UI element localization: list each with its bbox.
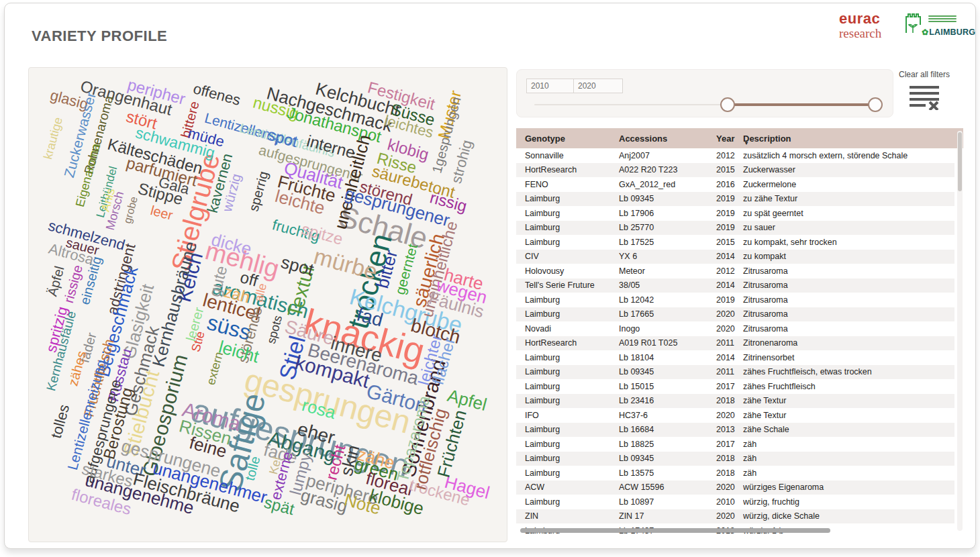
laimburg-castle-icon	[904, 11, 922, 34]
wordcloud-word[interactable]: spot	[279, 253, 315, 278]
wordcloud-word[interactable]: spots	[265, 314, 285, 345]
sort-descending-icon: ▼	[744, 141, 749, 146]
table-row[interactable]: LaimburgLb 175252015zu kompakt, sehr tro…	[516, 235, 954, 250]
table-row[interactable]: IFOHC37-62020zähe Textur	[516, 408, 954, 423]
column-header-year[interactable]: Year	[716, 128, 743, 148]
table-row[interactable]: ACWACW 155962020würziges Eigenaroma	[516, 480, 954, 495]
clear-filter-icon	[907, 85, 942, 110]
wordcloud-word[interactable]: grobe	[122, 195, 140, 225]
table-cell: zähe Textur	[743, 396, 954, 405]
table-cell: 2014	[716, 252, 743, 261]
vertical-scrollbar-thumb[interactable]	[958, 132, 962, 191]
year-slider-handle-max[interactable]	[868, 97, 883, 112]
table-row[interactable]: FENOGxA_2012_red2016Zuckermelone	[516, 177, 954, 192]
table-row[interactable]: LaimburgLb 108972010würzig, fruchtig	[516, 495, 954, 509]
table-cell: zäh	[743, 468, 954, 478]
table-cell: Meteor	[619, 266, 716, 276]
table-cell: 2017	[716, 382, 743, 391]
table-row[interactable]: CIVYX 62014zu kompakt	[516, 250, 954, 264]
table-row[interactable]: LaimburgLb 188252017zäh	[516, 437, 954, 452]
laimburg-logo-text: ✿LAIMBURG	[922, 28, 975, 37]
table-row[interactable]: LaimburgLb 093452018zäh	[516, 452, 954, 466]
table-cell: 2017	[716, 440, 743, 449]
table-row[interactable]: NovadiInogo2020Zitrusaroma	[516, 321, 954, 336]
table-cell: Lb 09345	[619, 454, 716, 463]
table-row[interactable]: LaimburgLb 179062019zu spät geerntet	[516, 206, 954, 221]
table-row[interactable]: LaimburgLb 135752018zäh	[516, 466, 954, 480]
table-row[interactable]: LaimburgLb 234162018zähe Textur	[516, 394, 954, 409]
table-cell: 2020	[716, 483, 743, 492]
table-row[interactable]: HortResearchA019 R01 T0252011Zitronenaro…	[516, 336, 954, 351]
table-cell: 2019	[716, 295, 743, 305]
table-row[interactable]: LaimburgLb 093452019zu zähe Textur	[516, 192, 954, 207]
table-cell: Anj2007	[619, 151, 716, 160]
wordcloud-word[interactable]: krautige	[42, 116, 64, 161]
table-row[interactable]: LaimburgLb 166842013zähe Schale	[516, 423, 954, 438]
table-cell: HortResearch	[525, 338, 619, 348]
table-row[interactable]: LaimburgLb 181042014Zitrinensorbet	[516, 350, 954, 365]
table-cell: zähe Schale	[743, 425, 954, 434]
table-cell: 2020	[716, 309, 743, 319]
table-vertical-scrollbar[interactable]	[957, 131, 963, 531]
table-cell: Zuckermelone	[743, 180, 954, 189]
year-slider-selected-range[interactable]	[728, 103, 875, 106]
table-cell: HC37-6	[619, 411, 716, 420]
table-row[interactable]: HolovousyMeteor2012Zitrusaroma	[516, 264, 954, 278]
table-cell: Zitrusaroma	[743, 266, 954, 276]
column-header-description[interactable]: Description ▼	[743, 128, 963, 148]
column-header-genotype[interactable]: Genotype	[525, 128, 619, 148]
table-row[interactable]: SonnavilleAnj20072012zusätzlich 4 morsch…	[516, 148, 954, 163]
laimburg-logo: ✿LAIMBURG	[904, 10, 958, 42]
table-cell: 2012	[716, 266, 743, 276]
table-cell: 2016	[716, 180, 743, 189]
wordcloud-word[interactable]: sperrig	[246, 170, 270, 213]
table-cell: Zitrinensorbet	[743, 353, 954, 362]
table-row[interactable]: LaimburgLb 120422019Zitrusaroma	[516, 293, 954, 307]
table-cell: Sonnaville	[525, 151, 619, 160]
table-horizontal-scrollbar[interactable]	[519, 527, 954, 533]
table-cell: Laimburg	[525, 396, 619, 405]
table-cell: zu zähe Textur	[743, 194, 954, 203]
table-cell: Lb 23416	[619, 396, 716, 405]
column-header-accessions[interactable]: Accessions	[619, 128, 716, 148]
year-max-input[interactable]: 2020	[573, 79, 623, 93]
wordcloud-word[interactable]: strohig	[449, 138, 475, 185]
table-row[interactable]: LaimburgLb 093452011zähes Fruchtfleisch,…	[516, 365, 954, 380]
table-cell: Zitrusaroma	[743, 309, 954, 319]
horizontal-scrollbar-thumb[interactable]	[520, 528, 830, 533]
table-row[interactable]: LaimburgLb 257702019zu sauer	[516, 221, 954, 236]
table-cell: Lb 12042	[619, 295, 716, 305]
table-cell: IFO	[525, 411, 619, 420]
clear-all-filters-button[interactable]: Clear all filters	[897, 68, 951, 117]
table-cell: FENO	[525, 180, 619, 189]
year-filter-card: 2010 2020	[516, 69, 893, 117]
table-cell: 2018	[716, 396, 743, 405]
wordcloud-word[interactable]: leer	[149, 203, 174, 222]
results-table: Genotype Accessions Year Description ▼ S…	[516, 128, 963, 534]
table-cell: Laimburg	[525, 425, 619, 434]
table-cell: Zitronenaroma	[743, 338, 954, 348]
wordcloud-word[interactable]: tolles	[49, 403, 72, 440]
table-cell: zu kompakt	[743, 252, 954, 261]
table-cell: YX 6	[619, 252, 716, 261]
table-cell: würziges Eigenaroma	[743, 483, 954, 492]
table-row[interactable]: LaimburgLb 176652020Zitrusaroma	[516, 307, 954, 322]
table-cell: ACW	[525, 483, 619, 492]
table-header-row: Genotype Accessions Year Description ▼	[516, 128, 963, 148]
table-cell: Laimburg	[525, 468, 619, 478]
wordcloud-word[interactable]: spät	[262, 495, 296, 518]
table-row[interactable]: Tell's Serie Fruture38/052014Zitrusaroma	[516, 278, 954, 293]
table-row[interactable]: HortResearchA022 R20 T2232015Zuckerwasse…	[516, 163, 954, 178]
table-cell: Lb 17906	[619, 209, 716, 218]
table-cell: Laimburg	[525, 238, 619, 247]
table-cell: 2015	[716, 238, 743, 247]
table-cell: 2013	[716, 425, 743, 434]
year-slider-handle-min[interactable]	[720, 97, 735, 112]
year-min-input[interactable]: 2010	[526, 79, 576, 93]
table-cell: 2010	[716, 497, 743, 507]
year-slider-track[interactable]	[534, 104, 875, 105]
table-cell: A022 R20 T223	[619, 165, 716, 174]
table-row[interactable]: ZINZIN 172020würzig, dicke Schale	[516, 509, 954, 524]
wordcloud-word[interactable]: zähes	[66, 350, 88, 388]
table-row[interactable]: LaimburgLb 150152017zähes Fruchtfleisch	[516, 379, 954, 394]
